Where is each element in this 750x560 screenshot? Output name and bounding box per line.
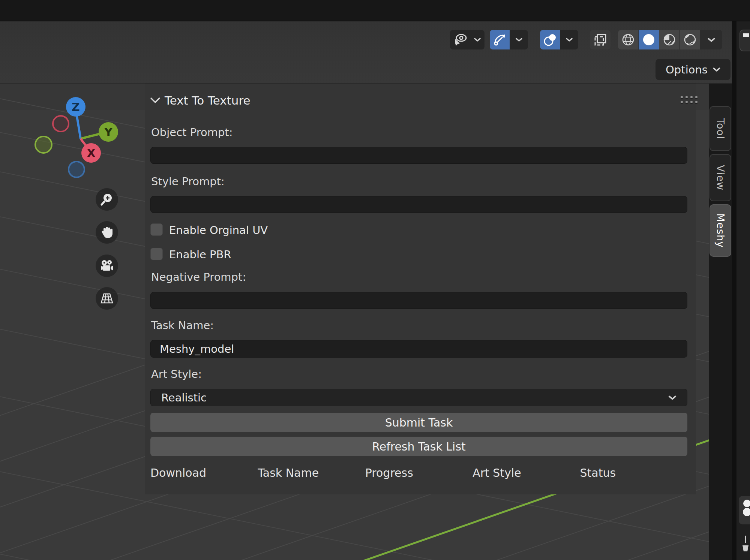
- panel-collapse-chevron-icon[interactable]: [150, 97, 161, 104]
- object-visibility-group: [450, 30, 484, 49]
- panel-drag-handle[interactable]: [681, 96, 698, 103]
- task-name-input[interactable]: [150, 340, 687, 358]
- svg-text:Z: Z: [72, 100, 80, 114]
- axis-neg-z-ball[interactable]: [69, 162, 84, 177]
- gizmos-toggle[interactable]: [490, 30, 510, 49]
- wireframe-sphere-icon: [621, 33, 635, 46]
- clipped-filter-button[interactable]: [739, 496, 750, 524]
- axis-neg-x-ball[interactable]: [53, 116, 69, 132]
- rendered-sphere-icon: [683, 33, 697, 46]
- axis-neg-y-ball[interactable]: [35, 136, 52, 153]
- col-task-name: Task Name: [258, 466, 365, 479]
- overlays-toggle[interactable]: [540, 30, 560, 49]
- style-prompt-input[interactable]: [150, 196, 687, 213]
- top-black-bar: [0, 0, 750, 21]
- object-visibility-dropdown[interactable]: [470, 30, 484, 49]
- overlapping-squares-icon: [593, 33, 608, 47]
- xray-toggle[interactable]: [590, 30, 610, 49]
- svg-text:Y: Y: [104, 126, 113, 139]
- options-button[interactable]: Options: [656, 59, 730, 80]
- shading-material-button[interactable]: [659, 30, 680, 49]
- text-to-texture-panel: Text To Texture Object Prompt: Style Pro…: [145, 84, 696, 494]
- col-art-style: Art Style: [472, 466, 580, 479]
- orthographic-grid-icon: [99, 291, 114, 306]
- art-style-value: Realistic: [161, 391, 207, 404]
- chevron-down-icon: [713, 67, 720, 72]
- options-label: Options: [666, 63, 708, 76]
- enable-original-uv-label: Enable Orginal UV: [169, 224, 268, 237]
- sidebar-tab-column: Tool View Meshy: [709, 84, 732, 560]
- enable-original-uv-checkbox[interactable]: [150, 223, 163, 236]
- pin-icon[interactable]: [740, 535, 750, 554]
- tab-meshy[interactable]: Meshy: [710, 204, 731, 257]
- clipped-editor-type-button[interactable]: [740, 30, 750, 51]
- viewport-header: Options: [0, 21, 732, 84]
- gizmo-arc-icon: [493, 33, 507, 46]
- task-table-header-row: Download Task Name Progress Art Style St…: [150, 466, 687, 479]
- view-axis-gizmo[interactable]: Z Y X: [30, 90, 128, 187]
- submit-task-button[interactable]: Submit Task: [150, 413, 687, 432]
- eye-cursor-icon[interactable]: [450, 30, 470, 49]
- art-style-select[interactable]: Realistic: [150, 389, 687, 406]
- tab-tool[interactable]: Tool: [710, 106, 731, 151]
- refresh-task-list-button[interactable]: Refresh Task List: [150, 437, 687, 456]
- overlays-dropdown[interactable]: [560, 30, 578, 49]
- object-prompt-label: Object Prompt:: [151, 126, 232, 139]
- blender-window: Options Z Y: [0, 0, 750, 560]
- col-download: Download: [150, 466, 258, 479]
- shading-solid-button[interactable]: [639, 30, 659, 49]
- panel-title[interactable]: Text To Texture: [165, 94, 250, 107]
- overlapping-circles-icon: [543, 33, 557, 46]
- object-prompt-input[interactable]: [150, 147, 687, 164]
- axis-y-ball[interactable]: Y: [99, 122, 118, 142]
- shading-rendered-button[interactable]: [680, 30, 700, 49]
- camera-view-icon: [99, 258, 114, 273]
- material-sphere-icon: [663, 33, 676, 46]
- task-name-label: Task Name:: [151, 319, 214, 332]
- orthographic-toggle-button[interactable]: [96, 287, 118, 310]
- tab-view[interactable]: View: [710, 154, 731, 201]
- art-style-label: Art Style:: [151, 368, 202, 380]
- clipped-icon: [743, 33, 749, 37]
- 3d-viewport[interactable]: Options Z Y: [0, 21, 732, 560]
- camera-view-button[interactable]: [96, 255, 118, 277]
- shading-dropdown[interactable]: [700, 30, 722, 49]
- axis-z-ball[interactable]: Z: [66, 97, 86, 117]
- editor-divider[interactable]: [732, 21, 736, 560]
- chevron-down-icon: [668, 395, 676, 400]
- col-progress: Progress: [365, 466, 472, 479]
- gizmos-dropdown[interactable]: [510, 30, 528, 49]
- col-status: Status: [580, 466, 687, 479]
- clipped-eight-glyph-icon: [739, 496, 750, 519]
- enable-pbr-label: Enable PBR: [169, 248, 231, 261]
- solid-sphere-icon: [642, 33, 656, 46]
- pan-button[interactable]: [96, 221, 118, 244]
- style-prompt-label: Style Prompt:: [151, 175, 225, 188]
- clipped-right-editor: [736, 21, 750, 560]
- shading-wireframe-button[interactable]: [618, 30, 639, 49]
- axis-x-ball[interactable]: X: [81, 143, 101, 163]
- zoom-icon: [100, 192, 114, 207]
- svg-text:X: X: [87, 147, 95, 160]
- negative-prompt-input[interactable]: [150, 292, 687, 309]
- enable-pbr-checkbox[interactable]: [150, 248, 163, 260]
- shading-mode-group: [618, 30, 722, 49]
- pan-hand-icon: [100, 225, 114, 240]
- zoom-button[interactable]: [96, 188, 118, 211]
- negative-prompt-label: Negative Prompt:: [151, 271, 246, 283]
